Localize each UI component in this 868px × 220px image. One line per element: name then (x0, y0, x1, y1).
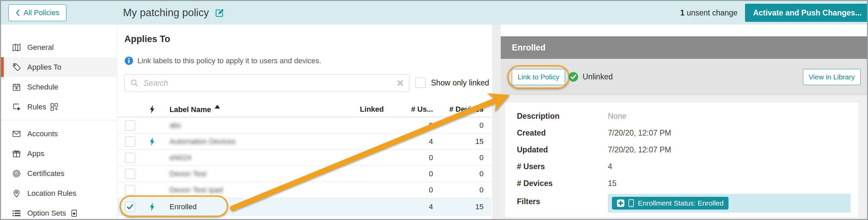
label-detail-card: Description None Created 7/20/20, 12:07 … (504, 102, 859, 218)
detail-label: Filters (517, 194, 608, 206)
view-in-library-button[interactable]: View in Library (803, 69, 861, 85)
detail-label: Description (517, 112, 608, 121)
row-checkbox[interactable] (125, 137, 135, 147)
show-only-linked-control[interactable]: Show only linked (415, 78, 489, 88)
row-checkbox[interactable] (125, 218, 135, 219)
search-input[interactable] (144, 79, 397, 88)
table-row-partial[interactable] (118, 216, 491, 219)
all-policies-button[interactable]: All Policies (8, 4, 66, 21)
top-bar: All Policies My patching policy 1 unsent… (1, 1, 867, 25)
unsent-changes: 1 unsent change (680, 8, 738, 17)
row-checkbox[interactable] (125, 120, 135, 131)
link-status-text: Unlinked (583, 72, 613, 81)
filter-badge-text: Enrollment Status: Enrolled (638, 199, 723, 207)
sidebar-item-schedule[interactable]: Schedule (1, 77, 117, 97)
sidebar-item-general[interactable]: General (1, 37, 117, 57)
tablet-icon (628, 199, 634, 207)
sidebar-item-accounts[interactable]: Accounts (1, 124, 117, 144)
devices-cell: 0 (479, 121, 484, 130)
table-row[interactable]: abc 0 0 (118, 117, 491, 134)
edit-pencil-icon[interactable] (214, 8, 225, 18)
map-icon (12, 43, 21, 52)
sidebar-item-apps[interactable]: Apps (1, 144, 117, 163)
applies-to-section: Applies To Link labels to this policy to… (118, 25, 501, 219)
table-header-row: Label Name Linked # Us... # Devices (118, 102, 491, 117)
devices-cell: 0 (479, 170, 484, 178)
detail-label: Updated (517, 145, 608, 154)
column-users[interactable]: # Us... (411, 105, 433, 114)
panel-toolbar: Link to Policy Unlinked View in Library (501, 59, 868, 95)
row-checkbox-checked[interactable] (125, 202, 135, 212)
sort-ascending-icon (215, 105, 220, 109)
label-name-cell: eN024 (169, 153, 191, 162)
lightning-icon (149, 137, 155, 146)
users-cell: 4 (429, 137, 433, 146)
tag-icon (12, 63, 21, 72)
device-gear-small-icon (70, 209, 78, 217)
sidebar-item-label: Location Rules (27, 189, 76, 198)
sidebar-item-certificates[interactable]: Certificates (1, 163, 117, 183)
sidebar-item-label: Accounts (27, 130, 58, 138)
detail-row-users: # Users 4 (517, 158, 850, 175)
sidebar-item-label: Applies To (27, 63, 61, 72)
table-row[interactable]: Devon Test Ipad 0 0 (118, 182, 491, 198)
calendar-icon (12, 82, 21, 92)
detail-value: 7/20/20, 12:07 PM (608, 145, 671, 154)
users-cell: 0 (429, 153, 433, 162)
chevron-left-icon (16, 9, 21, 16)
table-row-enrolled[interactable]: Enrolled 4 15 (118, 198, 491, 216)
column-label-name[interactable]: Label Name (169, 105, 220, 114)
sidebar-divider (1, 120, 117, 120)
sidebar-item-location-rules[interactable]: Location Rules (1, 183, 117, 203)
table-row[interactable]: Automation Devices 4 15 (118, 134, 491, 150)
lightning-column-icon[interactable] (149, 105, 155, 114)
sidebar-item-label: Option Sets (27, 209, 66, 218)
lightning-icon (149, 202, 155, 211)
envelope-icon (12, 129, 21, 139)
filters-strip: Enrollment Status: Enrolled (608, 194, 850, 213)
detail-label: # Users (517, 162, 608, 171)
content-gap (492, 25, 501, 219)
label-name-cell: abc (169, 121, 181, 130)
activate-push-button[interactable]: Activate and Push Changes... (745, 4, 868, 22)
label-name-cell: Automation Devices (169, 137, 236, 146)
column-linked[interactable]: Linked (360, 105, 384, 114)
sidebar-item-label: Rules (27, 103, 46, 111)
detail-label: # Devices (517, 179, 608, 188)
row-checkbox[interactable] (125, 185, 135, 195)
detail-row-devices: # Devices 15 (517, 175, 850, 192)
users-cell: 0 (429, 121, 433, 130)
link-to-policy-button[interactable]: Link to Policy (512, 69, 565, 85)
label-name-cell: Enrolled (169, 203, 197, 211)
panel-title: Enrolled (512, 43, 546, 52)
table-row[interactable]: eN024 0 0 (118, 150, 491, 166)
sidebar-item-option-sets[interactable]: Option Sets (1, 203, 117, 220)
detail-value: 7/20/20, 12:07 PM (608, 129, 671, 138)
row-checkbox[interactable] (125, 153, 135, 163)
detail-row-updated: Updated 7/20/20, 12:07 PM (517, 141, 850, 158)
search-box (124, 74, 409, 92)
sidebar-item-label: Apps (27, 149, 44, 158)
device-gear-icon (12, 102, 21, 112)
list-icon (12, 209, 21, 218)
detail-value: 15 (608, 179, 617, 188)
label-name-cell: Devon Test Ipad (169, 186, 223, 194)
filter-badge[interactable]: Enrollment Status: Enrolled (612, 197, 728, 210)
search-icon (130, 79, 139, 87)
info-icon (124, 56, 133, 65)
link-status: Unlinked (568, 59, 613, 95)
detail-row-description: Description None (517, 108, 850, 124)
sidebar-item-rules[interactable]: Rules (1, 97, 117, 117)
app-window: All Policies My patching policy 1 unsent… (0, 0, 868, 220)
column-devices[interactable]: # Devices (449, 105, 484, 114)
sidebar-item-applies-to[interactable]: Applies To (1, 57, 117, 77)
clear-search-icon[interactable] (397, 80, 404, 86)
show-only-linked-checkbox[interactable] (415, 78, 426, 88)
panel-header: Enrolled (501, 36, 868, 59)
labels-table: Label Name Linked # Us... # Devices abc … (118, 102, 491, 219)
table-row[interactable]: Devon Test 0 0 (118, 166, 491, 182)
row-checkbox[interactable] (125, 169, 135, 179)
users-cell: 4 (429, 203, 433, 211)
seal-check-icon (12, 169, 21, 178)
devices-cell: 0 (479, 153, 484, 162)
